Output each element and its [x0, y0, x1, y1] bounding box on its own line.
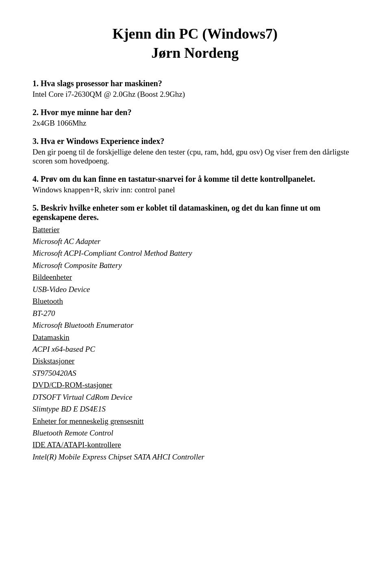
section-q1: 1. Hva slags prosessor har maskinen?Inte… — [32, 79, 358, 99]
question-q1: 1. Hva slags prosessor har maskinen? — [32, 79, 358, 88]
device-list-item: Slimtype BD E DS4E1S — [32, 403, 358, 415]
section-q5: 5. Beskriv hvilke enheter som er koblet … — [32, 203, 358, 463]
page-title: Kjenn din PC (Windows7) Jørn Nordeng — [32, 24, 358, 63]
device-list-item: Bildeenheter — [32, 271, 358, 283]
device-list-item: Intel(R) Mobile Express Chipset SATA AHC… — [32, 451, 358, 463]
device-list-item: Bluetooth — [32, 295, 358, 307]
device-list-item: Enheter for menneskelig grensesnitt — [32, 415, 358, 427]
device-list-item: Datamaskin — [32, 331, 358, 343]
device-list-item: IDE ATA/ATAPI-kontrollere — [32, 439, 358, 451]
answer-q2-0: 2x4GB 1066Mhz — [32, 119, 358, 128]
section-q4: 4. Prøv om du kan finne en tastatur-snar… — [32, 174, 358, 194]
section-q3: 3. Hva er Windows Experience index?Den g… — [32, 137, 358, 166]
device-list-item: Microsoft ACPI-Compliant Control Method … — [32, 247, 358, 259]
question-q4: 4. Prøv om du kan finne en tastatur-snar… — [32, 174, 358, 184]
device-list-item: DTSOFT Virtual CdRom Device — [32, 391, 358, 403]
device-list-item: Microsoft Composite Battery — [32, 259, 358, 271]
title-line1: Kjenn din PC (Windows7) — [113, 26, 277, 42]
device-list-item: BT-270 — [32, 307, 358, 319]
answer-q4-0: Windows knappen+R, skriv inn: control pa… — [32, 185, 358, 194]
page-container: Kjenn din PC (Windows7) Jørn Nordeng 1. … — [32, 24, 358, 463]
section-q2: 2. Hvor mye minne har den?2x4GB 1066Mhz — [32, 108, 358, 128]
device-list-item: ST9750420AS — [32, 367, 358, 379]
device-list-item: ACPI x64-based PC — [32, 343, 358, 355]
question-q2: 2. Hvor mye minne har den? — [32, 108, 358, 117]
device-list-item: Batterier — [32, 224, 358, 235]
device-list-item: Microsoft Bluetooth Enumerator — [32, 319, 358, 331]
question-q3: 3. Hva er Windows Experience index? — [32, 137, 358, 146]
answer-q1-0: Intel Core i7-2630QM @ 2.0Ghz (Boost 2.9… — [32, 90, 358, 99]
title-line2: Jørn Nordeng — [152, 45, 239, 61]
device-list-item: DVD/CD-ROM-stasjoner — [32, 379, 358, 391]
device-list-item: Bluetooth Remote Control — [32, 427, 358, 439]
device-list-item: USB-Video Device — [32, 283, 358, 295]
sections-container: 1. Hva slags prosessor har maskinen?Inte… — [32, 79, 358, 463]
answer-q3-0: Den gir poeng til de forskjellige delene… — [32, 148, 358, 166]
device-list-item: Diskstasjoner — [32, 355, 358, 367]
device-list: BatterierMicrosoft AC AdapterMicrosoft A… — [32, 224, 358, 463]
question-q5: 5. Beskriv hvilke enheter som er koblet … — [32, 203, 358, 222]
device-list-item: Microsoft AC Adapter — [32, 235, 358, 247]
